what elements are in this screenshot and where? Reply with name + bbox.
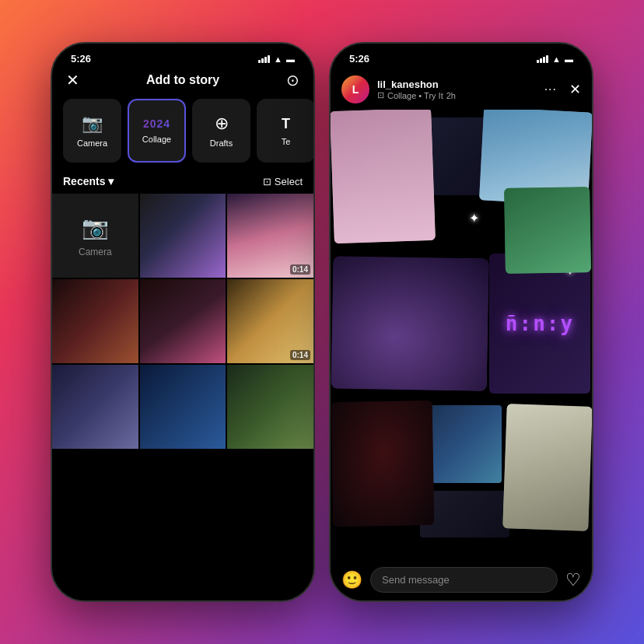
settings-icon[interactable]: ⊙ — [286, 71, 299, 89]
signal-bar-6 — [540, 58, 542, 63]
story-photo-4 — [504, 187, 591, 274]
story-photo-1 — [331, 110, 436, 243]
grid-photo-6[interactable] — [52, 365, 138, 449]
status-icons-2: ▲ ▬ — [537, 54, 573, 64]
message-placeholder: Send message — [382, 574, 450, 586]
status-bar-2: 5:26 ▲ ▬ — [331, 44, 592, 71]
tab-drafts[interactable]: ⊕ Drafts — [192, 99, 250, 163]
story-time: 2h — [446, 91, 456, 100]
wifi-icon-2: ▲ — [552, 54, 561, 64]
battery-icon-2: ▬ — [565, 54, 573, 64]
time-2: 5:26 — [349, 53, 369, 65]
more-icon[interactable]: ··· — [544, 82, 557, 96]
story-header: L lil_kaneshon ⊡ Collage • Try It 2h ···… — [331, 71, 592, 110]
close-story-icon[interactable]: ✕ — [569, 81, 581, 98]
story-user-info: lil_kaneshon ⊡ Collage • Try It 2h — [377, 79, 537, 100]
signal-bar-4 — [268, 55, 270, 63]
emoji-button[interactable]: 🙂 — [341, 570, 362, 590]
status-bar-1: 5:26 ▲ ▬ — [52, 44, 313, 71]
select-label: Select — [275, 176, 303, 187]
collage-tab-label: Collage — [142, 135, 171, 144]
video-duration-2: 0:14 — [290, 350, 310, 360]
status-icons-1: ▲ ▬ — [258, 54, 295, 64]
story-photo-6: ñ:n:y ✦ — [489, 254, 590, 394]
select-button[interactable]: ⊡ Select — [263, 176, 303, 187]
add-to-story-header: ✕ Add to story ⊙ — [52, 71, 313, 99]
message-bar: 🙂 Send message ♡ — [331, 561, 592, 600]
collage-dot-icon: ⊡ — [377, 90, 384, 100]
story-photo-9 — [502, 404, 592, 531]
story-collage-grid: ñ:n:y ✦ ✦ ✦ — [331, 110, 592, 561]
camera-cell-label: Camera — [79, 247, 112, 257]
signal-bar-3 — [264, 57, 267, 63]
grid-photo-3[interactable] — [52, 279, 138, 363]
recents-row: Recents ▾ ⊡ Select — [52, 172, 313, 194]
signal-bars-2 — [537, 55, 548, 63]
grid-photo-5[interactable]: 0:14 — [227, 279, 313, 363]
signal-bar-7 — [543, 57, 545, 63]
recents-label-text: Recents — [63, 175, 105, 187]
text-tab-icon: T — [282, 116, 290, 132]
home-bar-2 — [331, 600, 592, 602]
camera-cell[interactable]: 📷 Camera — [52, 194, 138, 278]
story-photo-8 — [424, 405, 502, 483]
grid-photo-2[interactable]: 0:14 — [227, 194, 313, 278]
story-photo-5 — [331, 256, 489, 390]
story-username[interactable]: lil_kaneshon — [377, 79, 537, 90]
phone-story-view: 5:26 ▲ ▬ L lil_kaneshon ⊡ Collage • Try … — [329, 42, 593, 602]
camera-tab-icon: 📷 — [82, 114, 103, 134]
send-message-input[interactable]: Send message — [370, 567, 558, 593]
text-tab-label: Te — [282, 137, 291, 146]
phones-container: 5:26 ▲ ▬ ✕ Add to story ⊙ 📷 Camera — [51, 42, 593, 602]
time-1: 5:26 — [71, 53, 91, 65]
tab-text[interactable]: T Te — [257, 99, 313, 163]
recents-dropdown[interactable]: Recents ▾ — [63, 175, 114, 187]
signal-bars-1 — [258, 55, 270, 63]
collage-tab-icon: 2024 — [143, 117, 170, 130]
recents-dropdown-icon: ▾ — [108, 175, 114, 187]
photo-figure-1 — [140, 194, 226, 278]
neon-text: ñ:n:y — [506, 312, 574, 335]
close-icon[interactable]: ✕ — [66, 71, 79, 89]
signal-bar-2 — [261, 58, 264, 63]
grid-photo-4[interactable] — [140, 279, 226, 363]
page-title: Add to story — [146, 73, 219, 87]
sparkle-2: ✦ — [469, 211, 479, 226]
heart-button[interactable]: ♡ — [565, 570, 581, 590]
story-actions: ··· ✕ — [544, 81, 581, 98]
signal-bar-8 — [546, 55, 548, 63]
signal-bar-5 — [537, 60, 539, 63]
story-tag: Collage • Try It — [387, 91, 443, 100]
story-meta: ⊡ Collage • Try It 2h — [377, 90, 537, 100]
camera-icon: 📷 — [82, 215, 109, 240]
signal-bar-1 — [258, 60, 261, 63]
tabs-row: 📷 Camera 2024 Collage ⊕ Drafts T Te — [52, 99, 313, 172]
story-photo-7 — [331, 401, 435, 527]
drafts-tab-label: Drafts — [210, 138, 233, 148]
photo-grid: 📷 Camera 0:14 0:14 — [52, 194, 313, 449]
select-icon: ⊡ — [263, 176, 271, 187]
wifi-icon-1: ▲ — [274, 54, 282, 64]
drafts-tab-icon: ⊕ — [215, 114, 229, 134]
camera-tab-label: Camera — [77, 138, 107, 148]
tab-collage[interactable]: 2024 Collage — [128, 99, 186, 163]
grid-photo-8[interactable] — [227, 365, 313, 449]
video-duration-1: 0:14 — [290, 264, 310, 275]
grid-photo-7[interactable] — [140, 365, 226, 449]
grid-photo-1[interactable] — [140, 194, 226, 278]
tab-camera[interactable]: 📷 Camera — [63, 99, 121, 163]
phone-add-to-story: 5:26 ▲ ▬ ✕ Add to story ⊙ 📷 Camera — [51, 42, 315, 602]
user-avatar: L — [341, 75, 369, 103]
battery-icon-1: ▬ — [286, 54, 295, 64]
